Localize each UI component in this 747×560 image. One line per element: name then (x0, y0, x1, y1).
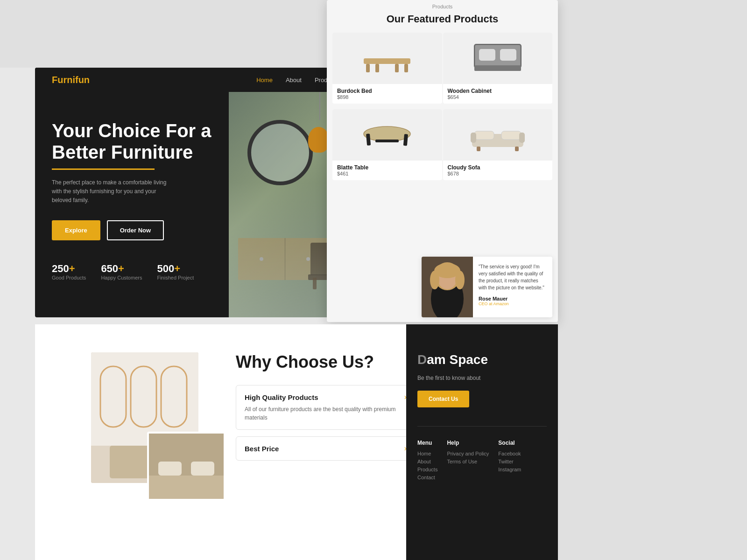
why-feature-title-1: High Quality Products (245, 393, 318, 401)
svg-rect-4 (395, 64, 399, 72)
product-info-4: Cloudy Sofa $678 (443, 161, 553, 180)
svg-rect-20 (515, 147, 519, 151)
why-inset-image (147, 432, 222, 497)
footer-divider (417, 426, 547, 427)
testimonial-role: CEO at Amazon (479, 301, 547, 306)
svg-rect-2 (404, 64, 408, 72)
svg-rect-7 (474, 65, 521, 71)
product-image-3 (332, 109, 442, 161)
product-name-1: Burdock Bed (337, 88, 437, 94)
why-title: Why Choose Us? (236, 352, 416, 372)
product-info-3: Blatte Table $461 (332, 161, 442, 180)
bench-svg (359, 40, 415, 77)
testimonial-card: "The service is very good! I'm very sati… (422, 257, 552, 317)
product-card-2[interactable]: Wooden Cabinet $654 (443, 33, 553, 104)
footer-twitter[interactable]: Twitter (498, 459, 521, 464)
svg-rect-37 (158, 462, 182, 476)
sofa-svg (470, 116, 526, 154)
footer-menu-about[interactable]: About (417, 459, 437, 464)
stat-projects-number: 500+ (157, 263, 194, 275)
stat-customers-number: 650+ (101, 263, 142, 275)
products-grid: Burdock Bed $898 Wooden Cabinet $654 (327, 33, 558, 185)
testimonial-photo (422, 257, 473, 317)
footer-facebook[interactable]: Facebook (498, 451, 521, 456)
svg-point-26 (430, 271, 439, 289)
contact-us-button[interactable]: Contact Us (417, 391, 469, 407)
product-card-3[interactable]: Blatte Table $461 (332, 109, 442, 180)
featured-title: Our Featured Products (327, 13, 558, 25)
hero-underline (52, 168, 155, 170)
order-now-button[interactable]: Order Now (107, 220, 164, 240)
mirror-decoration (247, 120, 313, 185)
why-feature-desc-1: All of our furniture products are the be… (245, 405, 407, 422)
footer-menu-contact[interactable]: Contact (417, 475, 437, 480)
explore-button[interactable]: Explore (52, 220, 100, 240)
stat-customers-label: Happy Customers (101, 275, 142, 280)
footer-col-menu: Menu Home About Products Contact (417, 440, 437, 483)
footer-instagram[interactable]: Instagram (498, 467, 521, 472)
svg-rect-0 (364, 58, 410, 64)
svg-rect-18 (519, 133, 525, 143)
cabinet-svg (470, 40, 526, 77)
product-image-4 (443, 109, 553, 161)
person-svg (422, 257, 473, 317)
nav-about[interactable]: About (286, 77, 302, 84)
product-name-4: Cloudy Sofa (448, 164, 548, 171)
product-name-3: Blatte Table (337, 164, 437, 171)
footer-menu-products[interactable]: Products (417, 467, 437, 472)
footer-col-social: Social Facebook Twitter Instagram (498, 440, 521, 483)
product-info-1: Burdock Bed $898 (332, 84, 442, 104)
stat-products-label: Good Products (52, 275, 86, 280)
product-price-4: $678 (448, 171, 548, 176)
dream-subtitle: Be the first to know about (417, 375, 547, 381)
testimonial-quote: "The service is very good! I'm very sati… (479, 263, 547, 291)
why-feature-header-1: High Quality Products › (245, 393, 407, 401)
svg-rect-16 (501, 131, 521, 140)
stat-customers: 650+ Happy Customers (101, 263, 142, 280)
why-feature-header-2: Best Price › (245, 444, 407, 453)
stat-projects-label: Finished Project (157, 275, 194, 280)
hero-buttons: Explore Order Now (52, 220, 229, 240)
footer-privacy[interactable]: Privacy and Policy (447, 451, 489, 456)
hero-stats: 250+ Good Products 650+ Happy Customers … (52, 263, 229, 280)
inset-room-svg (149, 434, 224, 499)
testimonial-content: "The service is very good! I'm very sati… (473, 257, 552, 317)
svg-point-10 (364, 126, 410, 141)
why-feature-1[interactable]: High Quality Products › All of our furni… (236, 385, 416, 430)
footer-help-title: Help (447, 440, 489, 446)
why-choose-section: Why Choose Us? High Quality Products › A… (35, 324, 444, 560)
hero-title: Your Choice For a Better Furniture (52, 120, 229, 163)
svg-rect-17 (471, 133, 476, 143)
product-name-2: Wooden Cabinet (448, 88, 548, 94)
footer-menu-title: Menu (417, 440, 437, 446)
svg-rect-9 (500, 49, 516, 61)
product-price-3: $461 (337, 171, 437, 176)
svg-rect-8 (479, 49, 495, 61)
why-content: Why Choose Us? High Quality Products › A… (236, 352, 416, 467)
svg-rect-19 (477, 147, 480, 151)
hero-description: The perfect place to make a comfortable … (52, 178, 169, 205)
stat-projects: 500+ Finished Project (157, 263, 194, 280)
product-card-4[interactable]: Cloudy Sofa $678 (443, 109, 553, 180)
brand-logo: Furnifun (52, 75, 90, 85)
table-svg (359, 116, 415, 154)
footer-menu-home[interactable]: Home (417, 451, 437, 456)
svg-point-27 (455, 271, 465, 289)
svg-rect-38 (191, 462, 214, 476)
product-image-1 (332, 33, 442, 84)
footer-social-title: Social (498, 440, 521, 446)
svg-rect-3 (375, 64, 379, 72)
why-feature-2[interactable]: Best Price › (236, 436, 416, 461)
featured-products-panel: Products Our Featured Products Burdock B… (327, 0, 558, 322)
featured-breadcrumb: Products (327, 0, 558, 9)
product-card-1[interactable]: Burdock Bed $898 (332, 33, 442, 104)
why-image-container (91, 352, 208, 483)
hero-left: Your Choice For a Better Furniture The p… (35, 92, 229, 317)
product-price-1: $898 (337, 94, 437, 100)
footer-terms[interactable]: Terms of Use (447, 459, 489, 464)
product-image-2 (443, 33, 553, 84)
svg-rect-13 (375, 140, 399, 142)
nav-home[interactable]: Home (256, 77, 273, 84)
product-info-2: Wooden Cabinet $654 (443, 84, 553, 104)
dream-title: Dam Space (417, 352, 547, 367)
